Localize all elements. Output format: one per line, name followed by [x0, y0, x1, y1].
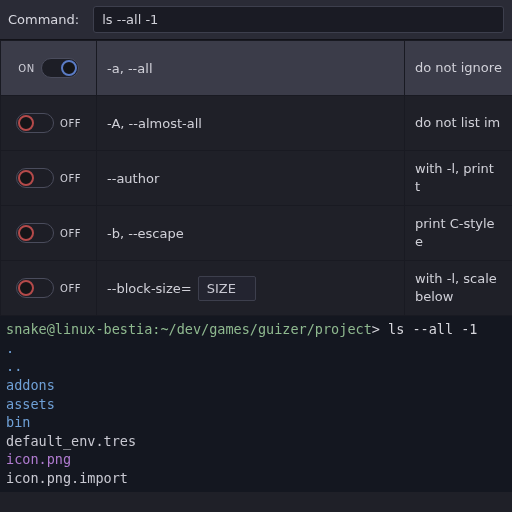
- terminal-output: snake@linux-bestia:~/dev/games/guizer/pr…: [0, 316, 512, 492]
- prompt-path: :~/dev/games/guizer/project: [152, 321, 371, 337]
- option-row: ON-a, --alldo not ignore: [1, 41, 512, 96]
- prompt-user: snake: [6, 321, 47, 337]
- prompt-symbol: >: [372, 321, 388, 337]
- option-name: --author: [107, 171, 159, 186]
- option-value-input[interactable]: [198, 276, 256, 301]
- command-input[interactable]: [93, 6, 504, 33]
- option-row: OFF-b, --escapeprint C-style e: [1, 206, 512, 261]
- option-name: -b, --escape: [107, 226, 184, 241]
- option-description: do not list im: [405, 108, 512, 138]
- prompt-at: @linux-bestia: [47, 321, 153, 337]
- prompt-line: snake@linux-bestia:~/dev/games/guizer/pr…: [6, 320, 506, 339]
- toggle-label-on: ON: [18, 63, 34, 74]
- option-name-cell: --block-size=: [97, 261, 405, 315]
- options-table: ON-a, --alldo not ignoreOFF-A, --almost-…: [0, 40, 512, 316]
- option-name: -A, --almost-all: [107, 116, 202, 131]
- toggle-label-off: OFF: [60, 173, 81, 184]
- terminal-line: icon.png: [6, 450, 506, 469]
- option-name-cell: --author: [97, 151, 405, 205]
- option-toggle[interactable]: OFF: [16, 223, 81, 243]
- option-row: OFF-A, --almost-alldo not list im: [1, 96, 512, 151]
- option-toggle[interactable]: OFF: [16, 278, 81, 298]
- option-description: with -l, print t: [405, 154, 512, 201]
- option-name: -a, --all: [107, 61, 153, 76]
- option-name: --block-size=: [107, 281, 192, 296]
- toggle-track: [16, 278, 54, 298]
- toggle-track: [16, 168, 54, 188]
- option-name-cell: -A, --almost-all: [97, 96, 405, 150]
- toggle-knob: [61, 60, 77, 76]
- toggle-label-off: OFF: [60, 283, 81, 294]
- option-toggle[interactable]: OFF: [16, 168, 81, 188]
- toggle-label-off: OFF: [60, 228, 81, 239]
- option-row: OFF--authorwith -l, print t: [1, 151, 512, 206]
- toggle-cell: OFF: [1, 261, 97, 315]
- toggle-track: [41, 58, 79, 78]
- terminal-line: ..: [6, 357, 506, 376]
- terminal-line: addons: [6, 376, 506, 395]
- terminal-line: assets: [6, 395, 506, 414]
- option-toggle[interactable]: OFF: [16, 113, 81, 133]
- command-bar: Command:: [0, 0, 512, 40]
- toggle-knob: [18, 170, 34, 186]
- option-name-cell: -a, --all: [97, 41, 405, 95]
- terminal-line: .: [6, 339, 506, 358]
- toggle-track: [16, 113, 54, 133]
- toggle-cell: ON: [1, 41, 97, 95]
- toggle-label-off: OFF: [60, 118, 81, 129]
- toggle-cell: OFF: [1, 96, 97, 150]
- terminal-line: icon.png.import: [6, 469, 506, 488]
- toggle-knob: [18, 280, 34, 296]
- toggle-track: [16, 223, 54, 243]
- toggle-knob: [18, 115, 34, 131]
- option-row: OFF--block-size=with -l, scale below: [1, 261, 512, 316]
- option-description: do not ignore: [405, 53, 512, 83]
- command-label: Command:: [8, 12, 79, 27]
- toggle-cell: OFF: [1, 151, 97, 205]
- terminal-line: default_env.tres: [6, 432, 506, 451]
- option-description: print C-style e: [405, 209, 512, 256]
- toggle-knob: [18, 225, 34, 241]
- prompt-command: ls --all -1: [388, 321, 477, 337]
- option-description: with -l, scale below: [405, 264, 512, 311]
- toggle-cell: OFF: [1, 206, 97, 260]
- option-name-cell: -b, --escape: [97, 206, 405, 260]
- terminal-line: bin: [6, 413, 506, 432]
- option-toggle[interactable]: ON: [18, 58, 78, 78]
